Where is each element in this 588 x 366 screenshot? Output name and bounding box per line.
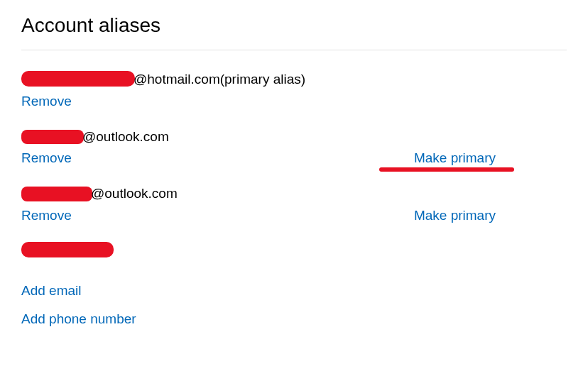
- redacted-username: [21, 71, 135, 87]
- alias-email-row: @hotmail.com (primary alias): [21, 70, 567, 89]
- redacted-text: [21, 242, 114, 257]
- alias-domain: @hotmail.com: [134, 70, 220, 89]
- alias-email-row: @outlook.com: [21, 184, 567, 204]
- alias-actions: Remove Make primary: [21, 208, 567, 223]
- redacted-item: [21, 242, 567, 257]
- alias-item: @hotmail.com (primary alias) Remove: [21, 70, 567, 109]
- alias-item: @outlook.com Remove Make primary: [21, 128, 567, 167]
- alias-actions: Remove: [21, 94, 567, 109]
- alias-email-row: @outlook.com: [21, 128, 567, 147]
- alias-item: @outlook.com Remove Make primary: [21, 184, 567, 223]
- divider: [21, 50, 567, 50]
- add-phone-link[interactable]: Add phone number: [21, 311, 567, 327]
- remove-link[interactable]: Remove: [21, 94, 72, 109]
- alias-actions: Remove Make primary: [21, 150, 567, 166]
- redacted-username: [21, 130, 84, 144]
- add-links-section: Add email Add phone number: [21, 283, 567, 327]
- remove-link[interactable]: Remove: [21, 150, 72, 166]
- annotation-underline: [379, 167, 514, 172]
- alias-domain: @outlook.com: [91, 184, 178, 204]
- alias-domain: @outlook.com: [82, 128, 169, 147]
- page-title: Account aliases: [21, 14, 567, 37]
- alias-suffix: (primary alias): [220, 70, 305, 89]
- remove-link[interactable]: Remove: [21, 208, 72, 223]
- add-email-link[interactable]: Add email: [21, 283, 567, 299]
- make-primary-link[interactable]: Make primary: [414, 208, 567, 223]
- make-primary-link[interactable]: Make primary: [414, 150, 567, 166]
- redacted-username: [21, 187, 92, 201]
